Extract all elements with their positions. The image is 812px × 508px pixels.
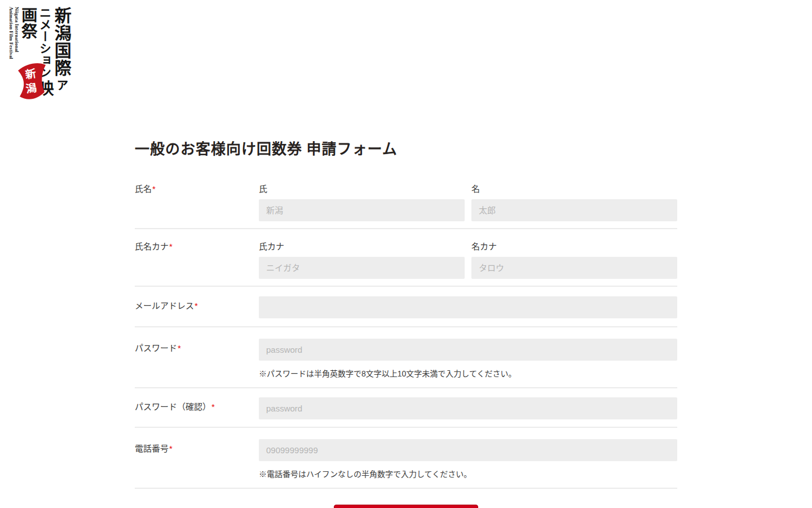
first-name-input[interactable]	[471, 199, 677, 221]
page-title: 一般のお客様向け回数券 申請フォーム	[135, 139, 677, 160]
field-label-name-kana: 氏名カナ*	[135, 240, 259, 279]
required-asterisk: *	[178, 343, 181, 353]
sublabel-first-name: 名	[471, 183, 677, 195]
last-name-input[interactable]	[259, 199, 465, 221]
last-name-kana-input[interactable]	[259, 257, 465, 279]
field-label-email: メールアドレス*	[135, 296, 259, 318]
sublabel-last-name-kana: 氏カナ	[259, 240, 465, 253]
festival-logo: 新潟国際 アニメーション 映画祭 Niigata International A…	[8, 7, 92, 108]
sublabel-first-name-kana: 名カナ	[471, 240, 677, 253]
red-seal-icon: 新 潟	[12, 61, 50, 103]
password-input[interactable]	[259, 339, 677, 361]
coupon-application-form: 氏名* 氏 名 氏名カナ*	[135, 172, 677, 508]
field-label-name: 氏名*	[135, 183, 259, 221]
first-name-kana-input[interactable]	[471, 257, 677, 279]
phone-input[interactable]	[259, 439, 677, 461]
form-row-name-kana: 氏名カナ* 氏カナ 名カナ	[135, 229, 677, 287]
field-label-phone: 電話番号*	[135, 439, 259, 480]
logo-text-jp-1: 新潟国際	[52, 7, 71, 77]
required-asterisk: *	[169, 242, 173, 251]
form-row-password-confirm: パスワード（確認）*	[135, 388, 677, 428]
field-label-password-confirm: パスワード（確認）*	[135, 397, 259, 419]
form-row-email: メールアドレス*	[135, 287, 677, 327]
sublabel-last-name: 氏	[259, 183, 465, 195]
password-confirm-input[interactable]	[259, 397, 677, 419]
password-note: ※パスワードは半角英数字で8文字以上10文字未満で入力してください。	[259, 369, 677, 379]
form-row-name: 氏名* 氏 名	[135, 172, 677, 229]
form-container: 一般のお客様向け回数券 申請フォーム 氏名* 氏 名	[135, 0, 677, 508]
email-input[interactable]	[259, 296, 677, 318]
svg-text:新: 新	[24, 68, 37, 81]
required-asterisk: *	[152, 184, 156, 194]
phone-note: ※電話番号はハイフンなしの半角数字で入力してください。	[259, 469, 677, 480]
required-asterisk: *	[195, 301, 198, 310]
required-asterisk: *	[211, 402, 215, 411]
form-row-password: パスワード* ※パスワードは半角英数字で8文字以上10文字未満で入力してください…	[135, 327, 677, 388]
field-label-password: パスワード*	[135, 339, 259, 379]
form-row-phone: 電話番号* ※電話番号はハイフンなしの半角数字で入力してください。	[135, 428, 677, 489]
svg-text:潟: 潟	[25, 81, 37, 95]
required-asterisk: *	[169, 444, 173, 453]
submit-button[interactable]	[334, 505, 478, 508]
